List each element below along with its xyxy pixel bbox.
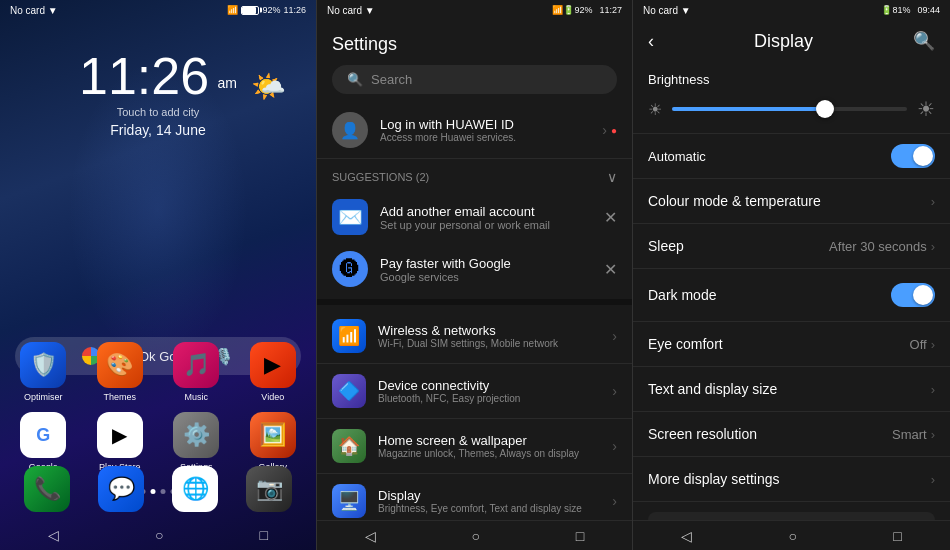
app-item-optimiser[interactable]: 🛡️ Optimiser [10,342,77,402]
settings-item-home[interactable]: 🏠 Home screen & wallpaper Magazine unloc… [317,419,632,474]
home-button-1[interactable]: ○ [155,527,163,543]
recents-button-2[interactable]: □ [576,528,584,544]
suggestion-email[interactable]: ✉️ Add another email account Set up your… [317,191,632,243]
back-button-3-nav[interactable]: ◁ [681,528,692,544]
suggestions-chevron: ∨ [607,169,617,185]
colour-mode-label: Colour mode & temperature [648,193,821,209]
dark-mode-toggle[interactable] [891,283,935,307]
back-button-3[interactable]: ‹ [648,31,654,52]
status-bar-left-3: No card ▼ [643,5,691,16]
home-button-3[interactable]: ○ [789,528,797,544]
settings-divider-1 [317,299,632,305]
brightness-section: Brightness ☀ ☀ [633,60,950,134]
settings-title: Settings [332,34,617,55]
dock-phone[interactable]: 📞 [24,466,70,512]
device-chevron: › [612,383,617,399]
display-page-title: Display [754,31,813,52]
touch-city[interactable]: Touch to add city [0,106,316,118]
colour-mode-item[interactable]: Colour mode & temperature › [633,179,950,224]
avatar: 👤 [332,112,368,148]
recents-button-1[interactable]: □ [260,527,268,543]
dock-camera[interactable]: 📷 [246,466,292,512]
status-bar-3: No card ▼ 🔋81% 09:44 [633,0,950,20]
bottom-nav-1: ◁ ○ □ [0,520,316,550]
suggestion-pay-icon: 🅖 [332,251,368,287]
brightness-fill [672,107,825,111]
clock-status-1: 11:26 [283,5,306,15]
status-bar-right-2: 📶🔋92% 11:27 [552,5,622,15]
more-display-value: › [931,472,935,487]
suggestion-email-title: Add another email account [380,204,550,219]
battery-icon-1 [241,6,259,15]
display-chevron: › [612,493,617,509]
sleep-item[interactable]: Sleep After 30 seconds › [633,224,950,269]
brightness-slider[interactable] [672,107,907,111]
app-item-video[interactable]: ▶ Video [240,342,307,402]
eye-comfort-label: Eye comfort [648,336,723,352]
back-button-2[interactable]: ◁ [365,528,376,544]
settings-search-bar[interactable]: 🔍 Search [332,65,617,94]
suggestion-email-subtitle: Set up your personal or work email [380,219,550,231]
screen-res-chevron: › [931,427,935,442]
display-settings-panel: No card ▼ 🔋81% 09:44 ‹ Display 🔍 Brightn… [632,0,950,550]
dark-mode-item[interactable]: Dark mode [633,269,950,322]
dock-chrome[interactable]: 🌐 [172,466,218,512]
brightness-label: Brightness [648,72,935,87]
search-button-3[interactable]: 🔍 [913,30,935,52]
screen-res-label: Screen resolution [648,426,757,442]
bottom-nav-3: ◁ ○ □ [633,520,950,550]
login-chevron: › [602,122,607,138]
login-subtitle: Access more Huawei services. [380,132,516,143]
settings-item-device[interactable]: 🔷 Device connectivity Bluetooth, NFC, Ea… [317,364,632,419]
screen-res-value-text: Smart [892,427,927,442]
brightness-high-icon: ☀ [917,97,935,121]
back-button-1[interactable]: ◁ [48,527,59,543]
screen-res-value: Smart › [892,427,935,442]
suggestion-pay-close[interactable]: ✕ [604,260,617,279]
suggestion-pay-title: Pay faster with Google [380,256,511,271]
suggestion-pay[interactable]: 🅖 Pay faster with Google Google services… [317,243,632,295]
eye-comfort-item[interactable]: Eye comfort Off › [633,322,950,367]
wireless-subtitle: Wi-Fi, Dual SIM settings, Mobile network [378,338,558,349]
text-size-item[interactable]: Text and display size › [633,367,950,412]
display-title-link: Display [378,488,582,503]
auto-toggle[interactable] [891,144,935,168]
home-chevron: › [612,438,617,454]
wireless-title: Wireless & networks [378,323,558,338]
screen-res-item[interactable]: Screen resolution Smart › [633,412,950,457]
colour-mode-chevron: › [931,194,935,209]
suggestion-email-close[interactable]: ✕ [604,208,617,227]
app-item-gallery[interactable]: 🖼️ Gallery [240,412,307,472]
eye-comfort-chevron: › [931,337,935,352]
lock-screen-panel: No card ▼ 📶 92% 11:26 11:26 am Touch to … [0,0,316,550]
app-item-music[interactable]: 🎵 Music [163,342,230,402]
huawei-id-login[interactable]: 👤 Log in with HUAWEI ID Access more Huaw… [317,102,632,159]
app-icon-themes: 🎨 [97,342,143,388]
display-scroll-content: ‹ Display 🔍 Brightness ☀ ☀ Automatic [633,20,950,540]
app-item-playstore[interactable]: ▶ Play Store [87,412,154,472]
display-icon: 🖥️ [332,484,366,518]
app-item-google[interactable]: G Google [10,412,77,472]
status-bar-right-1: 📶 92% 11:26 [227,5,306,15]
weather-icon: 🌤️ [251,70,286,103]
eye-comfort-value: Off › [910,337,935,352]
sleep-label: Sleep [648,238,684,254]
status-bar-1: No card ▼ 📶 92% 11:26 [0,0,316,20]
recents-button-3[interactable]: □ [893,528,901,544]
more-display-chevron: › [931,472,935,487]
settings-item-wireless[interactable]: 📶 Wireless & networks Wi-Fi, Dual SIM se… [317,309,632,364]
app-grid-row1: 🛡️ Optimiser 🎨 Themes 🎵 Music ▶ Video G … [10,342,306,472]
status-bar-left-1: No card ▼ [10,5,58,16]
app-item-themes[interactable]: 🎨 Themes [87,342,154,402]
home-title: Home screen & wallpaper [378,433,579,448]
more-display-item[interactable]: More display settings › [633,457,950,502]
app-item-settings[interactable]: ⚙️ Settings [163,412,230,472]
text-size-value: › [931,382,935,397]
auto-brightness-row: Automatic [633,134,950,179]
home-button-2[interactable]: ○ [472,528,480,544]
settings-scroll-content: Settings 🔍 Search 👤 Log in with HUAWEI I… [317,20,632,540]
dock-messages[interactable]: 💬 [98,466,144,512]
more-display-label: More display settings [648,471,780,487]
settings-header: Settings 🔍 Search [317,20,632,102]
lock-date: Friday, 14 June [0,122,316,138]
